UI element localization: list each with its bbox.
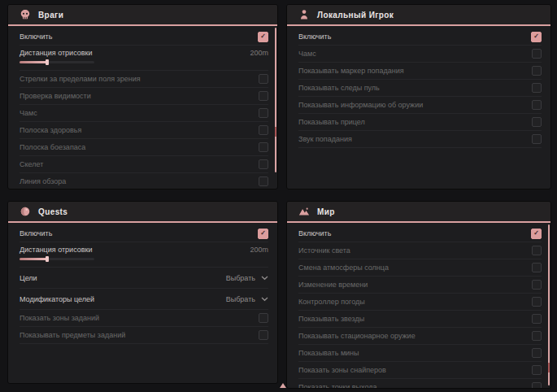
panel-header: Quests bbox=[8, 202, 277, 223]
row-label: Цели bbox=[20, 274, 37, 282]
checkbox[interactable] bbox=[532, 117, 542, 127]
row-checkbox[interactable]: Показывать следы пуль bbox=[298, 80, 542, 97]
row-checkbox[interactable]: Показывать предметы заданий bbox=[20, 327, 268, 344]
row-select[interactable]: Модификаторы целей Выбрать bbox=[20, 289, 268, 310]
scrollbar-thumb[interactable] bbox=[275, 127, 276, 137]
row-label: Показать зоны заданий bbox=[20, 314, 99, 322]
checkbox[interactable] bbox=[259, 176, 268, 186]
row-label: Показывать звезды bbox=[298, 315, 364, 323]
checkbox[interactable] bbox=[259, 330, 268, 340]
row-checkbox[interactable]: Показывать мины bbox=[298, 345, 542, 362]
row-checkbox[interactable]: Включить bbox=[298, 28, 542, 46]
row-label: Включить bbox=[298, 229, 331, 237]
checkbox[interactable] bbox=[532, 49, 542, 59]
row-checkbox[interactable]: Контроллер погоды bbox=[298, 294, 542, 311]
slider-knob[interactable] bbox=[46, 59, 49, 65]
row-checkbox[interactable]: Звук попадания bbox=[298, 131, 542, 148]
checkbox[interactable] bbox=[532, 83, 542, 93]
row-checkbox[interactable]: Смена атмосферы солнца bbox=[298, 259, 542, 277]
checkbox[interactable] bbox=[259, 91, 268, 101]
row-label: Модификаторы целей bbox=[20, 295, 94, 303]
row-label: Скелет bbox=[20, 160, 43, 168]
row-checkbox[interactable]: Линия обзора bbox=[20, 173, 268, 189]
row-label: Включить bbox=[20, 33, 52, 41]
select-control[interactable]: Выбрать bbox=[226, 295, 268, 303]
checkbox[interactable] bbox=[259, 74, 268, 84]
row-checkbox[interactable]: Включить bbox=[20, 225, 268, 242]
row-checkbox[interactable]: Включить bbox=[298, 225, 542, 242]
chevron-down-icon bbox=[261, 297, 268, 302]
checkbox[interactable] bbox=[259, 125, 268, 135]
row-checkbox[interactable]: Показать зоны заданий bbox=[20, 310, 268, 327]
row-checkbox[interactable]: Показывать прицел bbox=[298, 114, 542, 131]
scrollbar[interactable] bbox=[548, 224, 550, 385]
row-checkbox[interactable]: Показывать звезды bbox=[298, 311, 542, 328]
row-checkbox[interactable]: Показать зоны снайперов bbox=[298, 362, 542, 379]
settings-page: Враги Включить Дистанция отрисовки 200m … bbox=[0, 0, 557, 392]
row-checkbox[interactable]: Чамс bbox=[298, 46, 542, 63]
slider-label-row: Дистанция отрисовки 200m bbox=[20, 47, 268, 59]
row-select[interactable]: Цели Выбрать bbox=[20, 268, 268, 289]
row-checkbox[interactable]: Источник света bbox=[298, 242, 542, 259]
scroll-indicator-icon[interactable] bbox=[280, 383, 286, 388]
row-checkbox[interactable]: Полоска здоровья bbox=[20, 122, 268, 139]
checkbox[interactable] bbox=[531, 229, 542, 239]
row-checkbox[interactable]: Проверка видимости bbox=[20, 88, 268, 105]
row-checkbox[interactable]: Полоска боезапаса bbox=[20, 139, 268, 156]
slider-fill bbox=[20, 61, 47, 63]
row-label: Показывать маркер попадания bbox=[298, 67, 404, 75]
checkbox[interactable] bbox=[532, 365, 542, 375]
row-checkbox[interactable]: Скелет bbox=[20, 156, 268, 173]
checkbox[interactable] bbox=[532, 348, 542, 358]
checkbox[interactable] bbox=[532, 263, 542, 272]
checkbox[interactable] bbox=[259, 142, 268, 152]
panel-title: Quests bbox=[38, 207, 67, 216]
row-checkbox[interactable]: Включить bbox=[20, 28, 268, 46]
row-checkbox[interactable]: Чамс bbox=[20, 105, 268, 122]
checkbox[interactable] bbox=[258, 32, 268, 42]
checkbox[interactable] bbox=[532, 331, 542, 341]
checkbox[interactable] bbox=[532, 66, 542, 76]
checkbox[interactable] bbox=[531, 32, 542, 42]
row-label: Смена атмосферы солнца bbox=[298, 264, 389, 272]
checkbox[interactable] bbox=[532, 382, 542, 389]
row-label: Звук попадания bbox=[298, 135, 352, 143]
checkbox[interactable] bbox=[532, 314, 542, 324]
checkbox[interactable] bbox=[532, 280, 542, 290]
checkbox[interactable] bbox=[259, 159, 268, 169]
row-label: Контроллер погоды bbox=[298, 298, 365, 306]
row-checkbox[interactable]: Показывать маркер попадания bbox=[298, 63, 542, 80]
row-label: Полоска здоровья bbox=[20, 126, 81, 134]
row-checkbox[interactable]: Стрелки за пределами поля зрения bbox=[20, 71, 268, 88]
row-checkbox[interactable]: Показать точки выхода bbox=[298, 379, 542, 389]
row-label: Чамс bbox=[298, 50, 316, 58]
panel-header: Локальный Игрок bbox=[287, 5, 550, 26]
checkbox[interactable] bbox=[532, 297, 542, 307]
scrollbar-thumb[interactable] bbox=[548, 363, 550, 372]
row-label: Показать зоны снайперов bbox=[298, 366, 386, 374]
skull-icon bbox=[20, 9, 31, 20]
checkbox[interactable] bbox=[258, 229, 268, 239]
row-label: Стрелки за пределами поля зрения bbox=[20, 75, 141, 83]
row-label: Показывать предметы заданий bbox=[20, 331, 125, 339]
checkbox[interactable] bbox=[532, 100, 542, 110]
person-icon bbox=[298, 9, 310, 20]
slider-fill bbox=[20, 258, 47, 260]
row-checkbox[interactable]: Показывать стационарное оружие bbox=[298, 328, 542, 345]
checkbox[interactable] bbox=[259, 108, 268, 118]
checkbox[interactable] bbox=[532, 246, 542, 255]
checkbox[interactable] bbox=[532, 134, 542, 144]
row-checkbox[interactable]: Показывать информацию об оружии bbox=[298, 97, 542, 114]
slider-track[interactable] bbox=[20, 61, 94, 63]
row-checkbox[interactable]: Изменение времени bbox=[298, 277, 542, 294]
scrollbar[interactable] bbox=[275, 28, 276, 172]
select-control[interactable]: Выбрать bbox=[226, 274, 268, 282]
slider-value: 200m bbox=[250, 246, 268, 254]
select-value: Выбрать bbox=[226, 274, 255, 282]
row-label: Включить bbox=[20, 229, 52, 237]
checkbox[interactable] bbox=[259, 313, 268, 323]
slider-label-row: Дистанция отрисовки 200m bbox=[20, 244, 268, 255]
panel-title: Враги bbox=[38, 11, 63, 20]
slider-track[interactable] bbox=[20, 258, 94, 260]
slider-knob[interactable] bbox=[46, 256, 49, 262]
